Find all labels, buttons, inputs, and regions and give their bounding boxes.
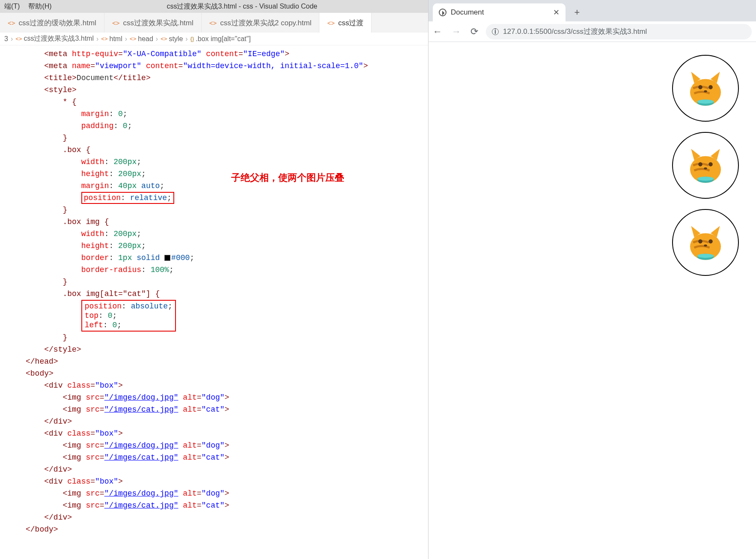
browser-tab[interactable]: Document ✕: [433, 3, 566, 21]
window-title: css过渡效果实战3.html - css - Visual Studio Co…: [56, 2, 428, 11]
svg-point-14: [708, 239, 713, 244]
tab-label: css过渡的缓动效果.html: [19, 18, 96, 28]
svg-point-7: [698, 162, 702, 167]
forward-button[interactable]: →: [452, 26, 461, 37]
svg-point-11: [697, 176, 714, 181]
tab-2[interactable]: <>css过渡效果实战2 copy.html: [202, 13, 320, 33]
css-rule-icon: {}: [190, 36, 194, 42]
vscode-window: 端(T) 帮助(H) css过渡效果实战3.html - css - Visua…: [0, 0, 428, 559]
svg-point-2: [708, 85, 713, 90]
tab-label: css过渡效果实战2 copy.html: [220, 18, 311, 28]
html-file-icon: <>: [15, 36, 22, 42]
new-tab-button[interactable]: +: [570, 5, 584, 20]
svg-point-9: [704, 167, 707, 170]
browser-tabstrip: Document ✕ +: [429, 0, 756, 21]
globe-icon: [439, 9, 446, 16]
breadcrumb: 3› <>css过渡效果实战3.html› <>html› <>head› <>…: [0, 33, 428, 45]
tag-icon: <>: [130, 36, 136, 42]
address-bar[interactable]: i 127.0.0.1:5500/css/3/css过渡效果实战3.html: [486, 24, 752, 39]
code-editor[interactable]: 子绝父相，使两个图片压叠 <meta http-equiv="X-UA-Comp…: [0, 45, 428, 535]
svg-point-8: [708, 162, 713, 167]
url-text: 127.0.0.1:5500/css/3/css过渡效果实战3.html: [503, 27, 647, 36]
svg-point-13: [698, 239, 702, 244]
html-file-icon: <>: [8, 19, 15, 27]
tab-label: css过渡效果实战.html: [123, 18, 193, 28]
annotation-text: 子绝父相，使两个图片压叠: [231, 172, 344, 184]
crumb-2[interactable]: <>html: [101, 35, 122, 43]
page-content: [429, 42, 756, 276]
highlighted-box-1: position: relative;: [81, 192, 174, 204]
highlighted-box-2: position: absolute;top: 0;left: 0;: [81, 300, 176, 332]
menu-help[interactable]: 帮助(H): [24, 2, 56, 11]
html-file-icon: <>: [112, 19, 120, 27]
close-tab-icon[interactable]: ✕: [549, 8, 560, 17]
tag-icon: <>: [161, 36, 167, 42]
crumb-1[interactable]: <>css过渡效果实战3.html: [15, 34, 94, 43]
vscode-menubar: 端(T) 帮助(H) css过渡效果实战3.html - css - Visua…: [0, 0, 428, 13]
cat-image-3: [672, 209, 739, 276]
browser-toolbar: ← → ⟳ i 127.0.0.1:5500/css/3/css过渡效果实战3.…: [429, 21, 756, 42]
crumb-4[interactable]: <>style: [161, 35, 183, 43]
color-swatch-icon: [164, 255, 170, 261]
cat-image-2: [672, 132, 739, 199]
svg-point-15: [704, 245, 707, 247]
tag-icon: <>: [101, 36, 107, 42]
cat-image-1: [672, 55, 739, 122]
chevron-right-icon: ›: [125, 35, 127, 43]
chevron-right-icon: ›: [185, 35, 188, 43]
html-file-icon: <>: [209, 19, 217, 27]
svg-point-1: [698, 85, 702, 90]
chevron-right-icon: ›: [96, 35, 98, 43]
back-button[interactable]: ←: [433, 26, 442, 37]
svg-point-17: [697, 254, 714, 258]
tab-title: Document: [451, 8, 484, 17]
crumb-3[interactable]: <>head: [130, 35, 153, 43]
editor-tabs: <>css过渡的缓动效果.html <>css过渡效果实战.html <>css…: [0, 13, 428, 33]
tab-1[interactable]: <>css过渡效果实战.html: [104, 13, 202, 33]
html-file-icon: <>: [327, 19, 335, 27]
site-info-icon[interactable]: i: [492, 28, 499, 35]
browser-window: Document ✕ + ← → ⟳ i 127.0.0.1:5500/css/…: [428, 0, 756, 559]
svg-point-5: [697, 99, 714, 104]
reload-button[interactable]: ⟳: [470, 26, 478, 37]
tab-0[interactable]: <>css过渡的缓动效果.html: [0, 13, 104, 33]
svg-point-3: [704, 90, 707, 93]
tab-3[interactable]: <>css过渡: [319, 13, 372, 33]
crumb-0[interactable]: 3: [4, 35, 8, 43]
tab-label: css过渡: [338, 18, 364, 28]
chevron-right-icon: ›: [11, 35, 13, 43]
crumb-5[interactable]: {}.box img[alt="cat"]: [190, 35, 251, 43]
menu-terminal[interactable]: 端(T): [0, 2, 24, 11]
nav-buttons: ← → ⟳: [433, 26, 478, 37]
chevron-right-icon: ›: [156, 35, 158, 43]
